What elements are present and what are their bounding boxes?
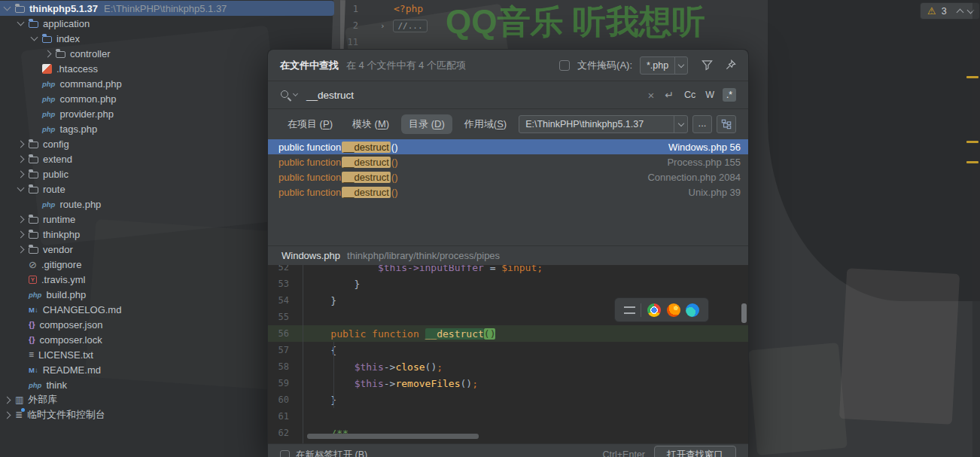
horizontal-scrollbar[interactable] bbox=[307, 434, 479, 439]
tree-item-label: extend bbox=[43, 154, 72, 165]
tree-item-label: 临时文件和控制台 bbox=[27, 408, 105, 422]
chevron-down-icon[interactable] bbox=[17, 184, 25, 192]
file-mask-checkbox[interactable] bbox=[559, 60, 570, 71]
chevron-down-icon bbox=[677, 120, 683, 126]
line-number: 62 bbox=[268, 428, 297, 438]
directory-combo[interactable]: E:\ThinkPHP\thinkphp5.1.37 bbox=[519, 115, 688, 133]
open-find-window-button[interactable]: 打开查找窗口 bbox=[654, 446, 736, 457]
tree-item-label: application bbox=[43, 18, 90, 29]
chevron-right-icon[interactable] bbox=[17, 140, 25, 148]
filter-button[interactable] bbox=[702, 59, 713, 71]
combo-dropdown[interactable] bbox=[674, 57, 687, 74]
tree-item-thinkphp5.1.37[interactable]: thinkphp5.1.37E:\ThinkPHP\thinkphp5.1.37 bbox=[0, 1, 334, 16]
tree-item-label: composer.json bbox=[40, 319, 103, 331]
scope-tab-m[interactable]: 模块 (M) bbox=[345, 114, 397, 134]
scope-tab-p[interactable]: 在项目 (P) bbox=[280, 114, 340, 134]
code-token bbox=[307, 378, 355, 389]
soft-wrap-icon[interactable] bbox=[624, 306, 635, 314]
line-number: 58 bbox=[268, 361, 297, 372]
php-icon: php bbox=[42, 110, 55, 118]
folder-icon bbox=[29, 247, 38, 254]
result-row-process.php[interactable]: public function __destruct()Process.php … bbox=[268, 154, 748, 169]
tree-item-label: composer.lock bbox=[40, 334, 102, 346]
file-mask-value: *.php bbox=[641, 60, 674, 71]
stripe-warning-mark[interactable] bbox=[966, 76, 978, 78]
scope-tab-text: ) bbox=[386, 118, 389, 129]
match-case-toggle[interactable]: Cc bbox=[684, 90, 695, 100]
code-token: $this bbox=[355, 378, 384, 389]
search-field[interactable]: __destruct × ↵ Cc W .* bbox=[268, 81, 748, 109]
code-line-58: 58 $this->close(); bbox=[268, 358, 748, 375]
search-history-caret-icon[interactable] bbox=[293, 91, 298, 96]
chevron-down-icon bbox=[678, 61, 684, 67]
file-mask-combo[interactable]: *.php bbox=[640, 56, 688, 75]
stripe-warning-mark[interactable] bbox=[966, 141, 978, 143]
stripe-warning-mark[interactable] bbox=[966, 161, 978, 163]
chevron-right-icon[interactable] bbox=[17, 245, 25, 253]
result-file-location: Unix.php 39 bbox=[689, 187, 741, 198]
whole-words-toggle[interactable]: W bbox=[705, 90, 714, 100]
tree-item-label: CHANGELOG.md bbox=[43, 304, 122, 315]
open-in-new-tab-checkbox[interactable] bbox=[280, 450, 290, 457]
result-row-connection.php[interactable]: public function __destruct()Connection.p… bbox=[268, 169, 748, 184]
chevron-right-icon[interactable] bbox=[17, 155, 25, 163]
code-token: -> bbox=[384, 378, 396, 389]
ellipsis-label: ... bbox=[698, 117, 707, 129]
firefox-icon[interactable] bbox=[667, 303, 680, 317]
tree-item-label: think bbox=[46, 379, 66, 391]
htaccess-icon bbox=[42, 64, 52, 74]
scope-tab-text: ) bbox=[504, 118, 507, 129]
search-icon[interactable] bbox=[280, 90, 291, 101]
code-token: } bbox=[307, 395, 336, 406]
fold-arrow-icon[interactable]: › bbox=[380, 21, 385, 31]
line-number: 53 bbox=[268, 279, 297, 289]
edge-icon[interactable] bbox=[686, 303, 699, 317]
chevron-right-icon[interactable] bbox=[17, 230, 25, 238]
chevron-up-icon[interactable] bbox=[956, 8, 963, 16]
wallpaper-shape bbox=[748, 343, 848, 455]
scope-tab-s[interactable]: 作用域(S) bbox=[457, 114, 514, 134]
code-preview-editor[interactable]: 52 $this->inputBuffer = $input;53 }54 }5… bbox=[268, 265, 748, 443]
chevron-down-icon[interactable] bbox=[17, 19, 25, 26]
result-match-highlight: __destruct bbox=[342, 172, 391, 183]
chevron-right-icon[interactable] bbox=[4, 396, 11, 404]
browse-directory-button[interactable]: ... bbox=[692, 115, 712, 133]
scope-structure-button[interactable] bbox=[717, 115, 736, 133]
pin-button[interactable] bbox=[725, 59, 736, 71]
result-code-suffix: () bbox=[391, 142, 398, 153]
search-results-list[interactable]: public function __destruct()Windows.php … bbox=[268, 139, 748, 245]
browser-preview-toolbar bbox=[614, 297, 709, 322]
chrome-icon[interactable] bbox=[647, 303, 661, 317]
regex-toggle[interactable]: .* bbox=[723, 88, 736, 102]
result-row-windows.php[interactable]: public function __destruct()Windows.php … bbox=[268, 139, 748, 154]
tree-item-label: runtime bbox=[43, 214, 75, 225]
error-stripe[interactable] bbox=[972, 0, 980, 457]
chevron-right-icon[interactable] bbox=[4, 411, 11, 419]
directory-structure-icon bbox=[721, 119, 732, 129]
combo-dropdown[interactable] bbox=[674, 116, 687, 133]
tree-item-application[interactable]: application bbox=[0, 16, 340, 31]
notification-widget[interactable]: ⚠ 3 bbox=[920, 2, 980, 20]
chevron-right-icon[interactable] bbox=[17, 215, 25, 223]
clear-search-icon[interactable]: × bbox=[647, 90, 654, 101]
tree-item-index[interactable]: index bbox=[0, 31, 340, 46]
insert-newline-icon[interactable]: ↵ bbox=[665, 89, 674, 101]
tree-item-label: tags.php bbox=[59, 123, 97, 135]
code-token: $input; bbox=[501, 265, 543, 273]
search-query[interactable]: __destruct bbox=[306, 90, 354, 101]
vertical-scrollbar[interactable] bbox=[741, 303, 747, 323]
folded-comment-region[interactable]: //... bbox=[393, 20, 428, 32]
code-token: () bbox=[425, 361, 437, 373]
scope-tab-d[interactable]: 目录 (D) bbox=[401, 114, 452, 134]
chevron-right-icon[interactable] bbox=[44, 50, 52, 57]
result-row-unix.php[interactable]: public function __destruct()Unix.php 39 bbox=[268, 184, 748, 200]
php-icon: php bbox=[29, 291, 41, 299]
chevron-down-icon[interactable] bbox=[4, 4, 11, 11]
code-token: ; bbox=[437, 361, 443, 373]
preview-file-path: thinkphp/library/think/process/pipes bbox=[347, 250, 500, 261]
chevron-right-icon[interactable] bbox=[17, 170, 25, 178]
chevron-down-icon[interactable] bbox=[31, 34, 38, 41]
tree-item-label: .travis.yml bbox=[41, 274, 86, 285]
pin-icon bbox=[725, 59, 736, 71]
md-icon: M↓ bbox=[29, 306, 38, 314]
